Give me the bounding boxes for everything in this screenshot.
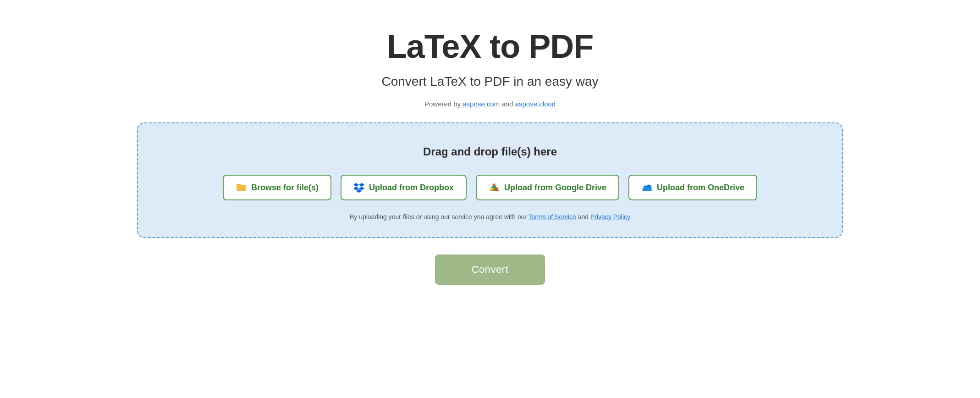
page-title: LaTeX to PDF xyxy=(387,28,594,65)
onedrive-button[interactable]: Upload from OneDrive xyxy=(628,175,757,200)
onedrive-icon xyxy=(641,182,652,193)
convert-button[interactable]: Convert xyxy=(435,254,545,285)
privacy-policy-link[interactable]: Privacy Policy xyxy=(590,213,630,221)
dropbox-button[interactable]: Upload from Dropbox xyxy=(341,175,467,200)
aspose-com-link[interactable]: aspose.com xyxy=(462,100,500,108)
drag-drop-label: Drag and drop file(s) here xyxy=(423,145,557,158)
powered-by-text: Powered by xyxy=(424,100,462,108)
terms-prefix: By uploading your files or using our ser… xyxy=(350,213,529,221)
google-drive-button[interactable]: Upload from Google Drive xyxy=(476,175,619,200)
dropbox-button-label: Upload from Dropbox xyxy=(369,183,454,193)
terms-of-service-link[interactable]: Terms of Service xyxy=(529,213,576,221)
aspose-cloud-link[interactable]: aspose.cloud xyxy=(515,100,556,108)
upload-buttons: Browse for file(s) Upload from Dropbox xyxy=(223,175,757,200)
folder-icon xyxy=(236,182,247,193)
browse-button[interactable]: Browse for file(s) xyxy=(223,175,331,200)
google-drive-icon xyxy=(489,182,500,193)
drop-zone[interactable]: Drag and drop file(s) here Browse for fi… xyxy=(137,122,843,238)
dropbox-icon xyxy=(353,182,364,193)
page-subtitle: Convert LaTeX to PDF in an easy way xyxy=(381,74,598,89)
browse-button-label: Browse for file(s) xyxy=(251,183,319,193)
google-drive-button-label: Upload from Google Drive xyxy=(504,183,606,193)
svg-point-1 xyxy=(643,187,651,191)
and-text: and xyxy=(501,100,515,108)
powered-by: Powered by aspose.com and aspose.cloud xyxy=(424,100,556,108)
onedrive-button-label: Upload from OneDrive xyxy=(657,183,744,193)
terms-text: By uploading your files or using our ser… xyxy=(350,213,630,221)
terms-and: and xyxy=(578,213,590,221)
